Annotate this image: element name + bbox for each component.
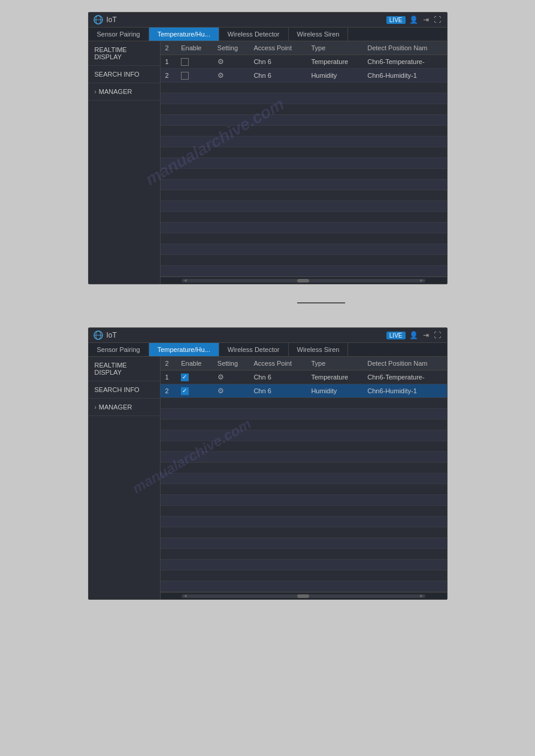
table-row <box>161 223 447 233</box>
sidebar-realtime-display-1[interactable]: REALTIME DISPLAY <box>89 41 160 66</box>
panel-1: IoT LIVE 👤 ⇥ ⛶ Sensor Pairing Temperatur… <box>88 12 448 284</box>
col-type-1: Type <box>306 41 362 55</box>
gear-icon[interactable]: ⚙ <box>217 71 224 80</box>
table-row <box>161 115 447 126</box>
sidebar-manager-2[interactable]: › MANAGER <box>89 399 160 416</box>
tab-sensor-pairing-2[interactable]: Sensor Pairing <box>89 343 149 356</box>
cell-type: Temperature <box>306 371 362 384</box>
table-row <box>161 201 447 212</box>
checkbox-unchecked[interactable] <box>181 72 189 80</box>
col-enable-1: Enable <box>176 41 213 55</box>
scroll-left-arrow-1[interactable]: ◄ <box>183 278 188 283</box>
table-row <box>161 147 447 158</box>
cell-enable[interactable] <box>176 69 213 83</box>
col-setting-1: Setting <box>213 41 249 55</box>
cell-access-point: Chn 6 <box>249 371 306 384</box>
sidebar-search-info-1[interactable]: SEARCH INFO <box>89 66 160 83</box>
checkbox-unchecked[interactable] <box>181 58 189 66</box>
table-row <box>161 441 447 452</box>
scrollbar-track-2[interactable]: ◄ ► <box>182 594 425 598</box>
title-bar-left-1: IoT <box>93 15 117 25</box>
data-table-1: 2 Enable Setting Access Point Type Detec… <box>161 41 447 277</box>
checkbox-checked[interactable] <box>181 387 189 395</box>
cell-enable[interactable] <box>176 384 213 398</box>
table-row <box>161 463 447 473</box>
table-wrapper-1: 2 Enable Setting Access Point Type Detec… <box>161 41 447 277</box>
table-row <box>161 104 447 115</box>
table-row <box>161 180 447 190</box>
table-row <box>161 244 447 255</box>
scrollbar-2[interactable]: ◄ ► <box>161 592 447 599</box>
cell-setting[interactable]: ⚙ <box>213 384 249 398</box>
cell-detect-position: Chn6-Temperature- <box>362 371 446 384</box>
table-row <box>161 495 447 506</box>
scrollbar-1[interactable]: ◄ ► <box>161 277 447 284</box>
cell-access-point: Chn 6 <box>249 69 306 83</box>
title-bar-2: IoT LIVE 👤 ⇥ ⛶ <box>89 328 447 343</box>
col-num-1: 2 <box>161 41 177 55</box>
exit-icon-1[interactable]: ⇥ <box>422 16 430 24</box>
table-row <box>161 255 447 266</box>
cell-num: 2 <box>161 69 177 83</box>
tab-wireless-detector-1[interactable]: Wireless Detector <box>219 28 289 41</box>
globe-icon-2 <box>93 330 103 340</box>
cell-enable[interactable] <box>176 371 213 384</box>
table-row <box>161 473 447 484</box>
tab-sensor-pairing-1[interactable]: Sensor Pairing <box>89 28 149 41</box>
table-row <box>161 581 447 592</box>
scroll-arrows-1: ◄ ► <box>182 278 425 283</box>
resize-icon-2[interactable]: ⛶ <box>433 331 442 339</box>
scroll-right-arrow-1[interactable]: ► <box>419 278 424 283</box>
table-row <box>161 409 447 420</box>
scrollbar-track-1[interactable]: ◄ ► <box>182 279 425 283</box>
nav-tabs-1: Sensor Pairing Temperature/Hu... Wireles… <box>89 28 447 41</box>
table-row <box>161 527 447 538</box>
panel-2: IoT LIVE 👤 ⇥ ⛶ Sensor Pairing Temperatur… <box>88 327 448 600</box>
tab-temperature-2[interactable]: Temperature/Hu... <box>149 343 219 356</box>
data-table-2: 2 Enable Setting Access Point Type Detec… <box>161 357 447 592</box>
cell-setting[interactable]: ⚙ <box>213 371 249 384</box>
gear-icon[interactable]: ⚙ <box>217 373 224 381</box>
col-access-point-1: Access Point <box>249 41 306 55</box>
sidebar-realtime-display-2[interactable]: REALTIME DISPLAY <box>89 357 160 381</box>
tab-wireless-siren-2[interactable]: Wireless Siren <box>289 343 349 356</box>
cell-detect-position: Chn6-Humidity-1 <box>362 69 446 83</box>
sidebar-search-info-2[interactable]: SEARCH INFO <box>89 381 160 399</box>
table-row <box>161 452 447 463</box>
title-bar-left-2: IoT <box>93 330 117 340</box>
cell-enable[interactable] <box>176 55 213 69</box>
title-bar-right-2: LIVE 👤 ⇥ ⛶ <box>386 331 442 339</box>
col-access-point-2: Access Point <box>249 357 306 371</box>
table-row <box>161 430 447 441</box>
cell-type: Temperature <box>306 55 362 69</box>
gear-icon[interactable]: ⚙ <box>217 387 224 395</box>
cell-access-point: Chn 6 <box>249 55 306 69</box>
title-bar-1: IoT LIVE 👤 ⇥ ⛶ <box>89 13 447 28</box>
sidebar-manager-1[interactable]: › MANAGER <box>89 83 160 101</box>
cell-access-point: Chn 6 <box>249 384 306 398</box>
title-bar-right-1: LIVE 👤 ⇥ ⛶ <box>386 16 442 24</box>
cell-setting[interactable]: ⚙ <box>213 69 249 83</box>
cell-setting[interactable]: ⚙ <box>213 55 249 69</box>
user-icon-2[interactable]: 👤 <box>408 331 419 339</box>
tab-temperature-1[interactable]: Temperature/Hu... <box>149 28 219 41</box>
tab-wireless-detector-2[interactable]: Wireless Detector <box>219 343 289 356</box>
table-row <box>161 169 447 180</box>
scroll-right-arrow-2[interactable]: ► <box>419 593 424 599</box>
table-row <box>161 506 447 517</box>
exit-icon-2[interactable]: ⇥ <box>422 331 430 339</box>
tab-wireless-siren-1[interactable]: Wireless Siren <box>289 28 349 41</box>
user-icon-1[interactable]: 👤 <box>408 16 419 24</box>
separator <box>297 302 345 303</box>
col-type-2: Type <box>306 357 362 371</box>
resize-icon-1[interactable]: ⛶ <box>433 16 442 24</box>
table-row: 2 ⚙ Chn 6 Humidity Chn6-Humidity-1 <box>161 69 447 83</box>
table-row <box>161 158 447 169</box>
checkbox-checked[interactable] <box>181 374 189 381</box>
gear-icon[interactable]: ⚙ <box>217 57 224 66</box>
table-row: 2 ⚙ Chn 6 Humidity Chn6-Humidity-1 <box>161 384 447 398</box>
main-content-1: 2 Enable Setting Access Point Type Detec… <box>161 41 447 284</box>
scroll-left-arrow-2[interactable]: ◄ <box>183 593 188 599</box>
table-header-row-1: 2 Enable Setting Access Point Type Detec… <box>161 41 447 55</box>
arrow-icon-2: › <box>95 404 96 411</box>
